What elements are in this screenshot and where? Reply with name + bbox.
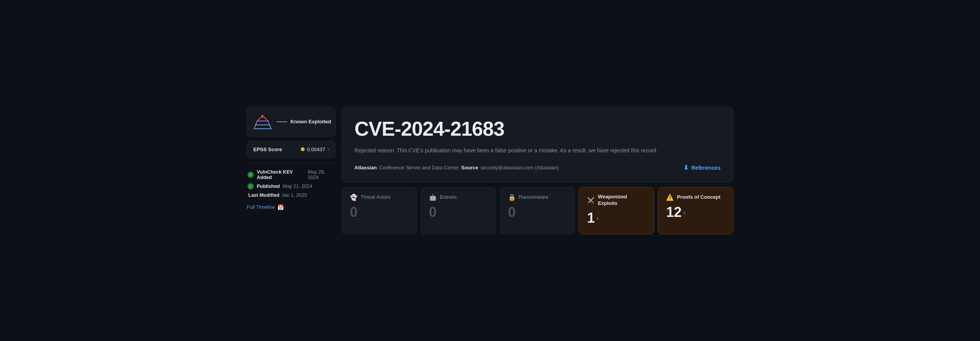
stat-card-botnets: 🤖 Botnets 0 (421, 187, 496, 234)
full-timeline-link[interactable]: Full Timeline 📅 (247, 203, 336, 211)
vulncheck-kev-label: VulnCheck KEV Added (257, 169, 305, 180)
epss-dot (301, 147, 305, 151)
references-button[interactable]: ⬇ References (683, 162, 721, 173)
stat-header-ransomware: 🔒 Ransomware (508, 194, 567, 201)
stat-value-threat-actors: 0 (350, 204, 358, 220)
svg-marker-1 (256, 121, 270, 125)
last-modified-date: Jan 1, 2025 (282, 193, 307, 198)
stat-value-row-proofs-of-concept: 12 › (666, 204, 725, 220)
left-panel: Known Exploited EPSS Score 0.00437 › ✓ V… (247, 107, 336, 234)
cve-description: Rejected reason: This CVE's publication … (354, 146, 671, 155)
stat-header-proofs-of-concept: ⚠️ Proofs of Concept (666, 194, 725, 201)
meta-section: ✓ VulnCheck KEV Added May 29, 2024 ✓ Pub… (247, 168, 336, 199)
epss-value-group: 0.00437 › (301, 147, 329, 152)
stat-value-row-ransomware: 0 (508, 204, 567, 220)
stat-icon-ransomware: 🔒 (508, 194, 516, 201)
page-container: Known Exploited EPSS Score 0.00437 › ✓ V… (247, 107, 733, 234)
stat-value-ransomware: 0 (508, 204, 516, 220)
cve-source-value: security@atlassian.com (Atlassian) (481, 165, 559, 170)
stat-card-proofs-of-concept[interactable]: ⚠️ Proofs of Concept 12 › (658, 187, 733, 234)
epss-card[interactable]: EPSS Score 0.00437 › (247, 141, 336, 158)
stat-icon-weaponized-exploits: ⚔️ (587, 197, 595, 204)
stat-icon-botnets: 🤖 (429, 194, 437, 201)
epss-label: EPSS Score (253, 147, 282, 152)
cve-info-card: CVE-2024-21683 Rejected reason: This CVE… (342, 107, 733, 183)
stat-label-botnets: Botnets (440, 194, 457, 201)
cve-footer: Atlassian Confluence Server and Data Cen… (354, 162, 721, 173)
vulncheck-check-icon: ✓ (248, 172, 254, 178)
stat-value-botnets: 0 (429, 204, 437, 220)
stat-icon-threat-actors: 👻 (350, 194, 358, 201)
stat-card-threat-actors: 👻 Threat Actors 0 (342, 187, 417, 234)
stat-label-threat-actors: Threat Actors (361, 194, 390, 201)
last-modified-row: Last Modified Jan 1, 2025 (248, 193, 335, 198)
vulncheck-kev-row: ✓ VulnCheck KEV Added May 29, 2024 (248, 169, 335, 180)
stat-value-row-threat-actors: 0 (350, 204, 409, 220)
references-icon: ⬇ (683, 164, 688, 171)
stat-label-proofs-of-concept: Proofs of Concept (677, 194, 721, 201)
published-row: ✓ Published May 21, 2024 (248, 183, 335, 189)
svg-point-4 (262, 115, 263, 116)
stat-card-ransomware: 🔒 Ransomware 0 (500, 187, 575, 234)
stat-chevron-weaponized-exploits: › (596, 214, 599, 222)
full-timeline-label: Full Timeline (247, 204, 275, 210)
stat-value-weaponized-exploits: 1 (587, 210, 595, 226)
pyramid-icon (253, 114, 272, 130)
last-modified-label: Last Modified (248, 193, 280, 198)
stats-row: 👻 Threat Actors 0 🤖 Botnets 0 🔒 Ransomwa… (342, 187, 733, 234)
known-exploited-line (276, 121, 287, 122)
published-label: Published (257, 184, 280, 189)
cve-source-label: Source (461, 165, 478, 170)
divider (247, 163, 336, 163)
stat-header-botnets: 🤖 Botnets (429, 194, 488, 201)
published-date: May 21, 2024 (283, 184, 312, 189)
stat-label-weaponized-exploits: Weaponized Exploits (598, 194, 646, 207)
stat-card-weaponized-exploits[interactable]: ⚔️ Weaponized Exploits 1 › (579, 187, 654, 234)
vulncheck-kev-date: May 29, 2024 (308, 169, 335, 180)
right-panel: CVE-2024-21683 Rejected reason: This CVE… (342, 107, 733, 234)
cve-title: CVE-2024-21683 (354, 118, 721, 140)
stat-value-row-weaponized-exploits: 1 › (587, 210, 646, 226)
stat-chevron-proofs-of-concept: › (683, 208, 685, 217)
known-exploited-label-group: Known Exploited (276, 119, 331, 124)
cve-product: Confluence Server and Data Center (379, 165, 459, 170)
cve-meta-info: Atlassian Confluence Server and Data Cen… (354, 165, 559, 170)
stat-label-ransomware: Ransomware (519, 194, 549, 201)
svg-marker-2 (254, 125, 271, 129)
stat-value-row-botnets: 0 (429, 204, 488, 220)
cve-vendor: Atlassian (354, 165, 377, 170)
known-exploited-card: Known Exploited (247, 107, 336, 137)
calendar-icon: 📅 (277, 204, 284, 210)
stat-value-proofs-of-concept: 12 (666, 204, 682, 220)
stat-icon-proofs-of-concept: ⚠️ (666, 194, 674, 201)
published-check-icon: ✓ (248, 183, 254, 189)
epss-chevron: › (327, 147, 329, 152)
epss-value: 0.00437 (307, 147, 325, 152)
stat-header-weaponized-exploits: ⚔️ Weaponized Exploits (587, 194, 646, 207)
stat-header-threat-actors: 👻 Threat Actors (350, 194, 409, 201)
references-label: References (692, 165, 721, 171)
known-exploited-text: Known Exploited (290, 119, 331, 124)
